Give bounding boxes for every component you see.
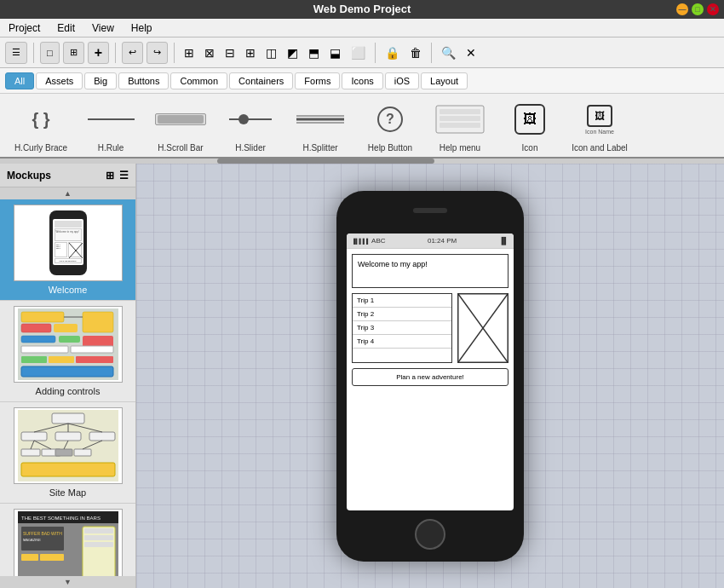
lock-icon[interactable]: 🔒 — [382, 44, 403, 61]
minimize-btn[interactable]: — — [676, 3, 688, 15]
close-icon[interactable]: ✕ — [463, 44, 480, 61]
panel-body: Welcome to my app! Trip 1Trip 2Trip 3 Pl… — [0, 199, 135, 576]
single-view-icon: □ — [47, 48, 53, 58]
phone-trip-list: Trip 1 Trip 2 Trip 3 Trip 4 — [352, 293, 452, 363]
resize-icon[interactable]: ⬜ — [348, 44, 369, 61]
arrange-icon[interactable]: ⊞ — [242, 44, 259, 61]
scroll-up-button[interactable]: ▲ — [0, 187, 135, 199]
panel-icon-list[interactable]: ☰ — [119, 170, 129, 182]
menu-icon: ☰ — [12, 47, 20, 58]
phone-welcome-textbox: Welcome to my app! — [352, 254, 509, 288]
svg-rect-7 — [440, 116, 480, 121]
add-mockup-button[interactable]: + — [88, 42, 109, 64]
flip-h-icon[interactable]: ⬒ — [305, 44, 323, 61]
mockup-name-adding-controls: Adding controls — [36, 386, 101, 396]
toolbar-separator-3 — [174, 43, 175, 63]
panel-icon-grid[interactable]: ⊞ — [106, 170, 114, 182]
svg-rect-20 — [71, 346, 113, 353]
mockup-item-desktop-example[interactable]: THE BEST SOMETHING IN BARS SUFFER BAD WI… — [0, 504, 135, 576]
mockup-list: Welcome to my app! Trip 1Trip 2Trip 3 Pl… — [0, 199, 135, 576]
h-curly-brace-icon: { } — [9, 98, 73, 141]
filter-ios[interactable]: iOS — [385, 72, 419, 89]
phone-image-placeholder — [457, 293, 509, 363]
mockup-item-welcome[interactable]: Welcome to my app! Trip 1Trip 2Trip 3 Pl… — [0, 199, 135, 301]
h-rule-label: H.Rule — [98, 143, 124, 153]
svg-rect-51 — [40, 554, 64, 561]
component-h-scroll-bar[interactable]: H.Scroll Bar — [147, 95, 215, 156]
mockup-item-adding-controls[interactable]: Adding controls — [0, 301, 135, 402]
list-item-trip4: Trip 4 — [353, 335, 451, 349]
phone-adventure-button[interactable]: Plan a new adventure! — [352, 368, 509, 386]
filter-all[interactable]: All — [5, 72, 34, 89]
component-icon[interactable]: 🖼 Icon — [496, 95, 564, 156]
filter-bar: All Assets Big Buttons Common Containers… — [0, 68, 724, 94]
view-toggle-icon[interactable]: ⊞ — [181, 44, 198, 61]
left-panel: Mockups ⊞ ☰ ▲ Welcome to my app! — [0, 164, 136, 588]
filter-containers[interactable]: Containers — [229, 72, 293, 89]
redo-button[interactable]: ↪ — [147, 42, 168, 64]
panel-title: Mockups — [7, 170, 51, 182]
window-controls[interactable]: — □ ✕ — [676, 3, 719, 15]
help-menu-icon — [428, 98, 492, 141]
scroll-down-button[interactable]: ▼ — [0, 576, 135, 588]
component-h-slider[interactable]: H.Slider — [216, 95, 284, 156]
grid-view-icon: ⊞ — [70, 47, 78, 58]
svg-rect-37 — [74, 449, 91, 456]
canvas[interactable]: ▐▌▌▌▌ ABC 01:24 PM ▐▌ Welcome to my app! — [136, 164, 724, 588]
single-view-button[interactable]: □ — [40, 42, 60, 64]
split-h-icon[interactable]: ⊠ — [201, 44, 218, 61]
h-scroll-bar-label: H.Scroll Bar — [158, 143, 203, 153]
filter-assets[interactable]: Assets — [36, 72, 83, 89]
mockup-thumb-desktop-example: THE BEST SOMETHING IN BARS SUFFER BAD WI… — [14, 509, 123, 576]
flip-v-icon[interactable]: ⬓ — [326, 44, 344, 61]
icon-and-label-icon: 🖼 Icon Name — [567, 98, 632, 141]
search-icon[interactable]: 🔍 — [438, 44, 459, 61]
menu-project[interactable]: Project — [5, 20, 43, 36]
svg-rect-55 — [84, 542, 113, 547]
svg-rect-29 — [55, 432, 81, 441]
title-bar: Web Demo Project — □ ✕ — [0, 0, 724, 19]
svg-rect-13 — [21, 324, 51, 332]
filter-icons[interactable]: Icons — [342, 72, 382, 89]
list-item-trip3: Trip 3 — [353, 321, 451, 335]
phone-carrier: ▐▌▌▌▌ ABC — [352, 237, 386, 245]
toolbar-separator-2 — [115, 43, 116, 63]
svg-rect-16 — [59, 336, 80, 343]
component-icon-and-label[interactable]: 🖼 Icon Name Icon and Label — [566, 95, 634, 156]
filter-big[interactable]: Big — [84, 72, 117, 89]
grid-view-button[interactable]: ⊞ — [63, 42, 84, 64]
split-v-icon[interactable]: ⊟ — [221, 44, 238, 61]
close-btn[interactable]: ✕ — [707, 3, 719, 15]
menu-toggle-button[interactable]: ☰ — [5, 42, 27, 64]
menu-bar: Project Edit View Help — [0, 19, 724, 37]
undo-button[interactable]: ↩ — [122, 42, 143, 64]
icon-and-label-label: Icon and Label — [572, 143, 628, 153]
svg-text:MAGAZINE: MAGAZINE — [23, 538, 41, 542]
menu-edit[interactable]: Edit — [54, 20, 78, 36]
filter-common[interactable]: Common — [170, 72, 227, 89]
phone-screen-content: Welcome to my app! Trip 1 Trip 2 Trip 3 … — [347, 249, 514, 510]
main-area: Mockups ⊞ ☰ ▲ Welcome to my app! — [0, 164, 724, 588]
component-h-splitter[interactable]: H.Splitter — [286, 95, 354, 156]
filter-buttons[interactable]: Buttons — [118, 72, 169, 89]
component-h-curly-brace[interactable]: { } H.Curly Brace — [7, 95, 75, 156]
phone-battery: ▐▌ — [499, 237, 509, 245]
phone-screen: ▐▌▌▌▌ ABC 01:24 PM ▐▌ Welcome to my app! — [347, 233, 514, 510]
svg-rect-12 — [21, 312, 64, 322]
component-help-menu[interactable]: Help menu — [426, 95, 494, 156]
layer-icon[interactable]: ◫ — [262, 44, 280, 61]
maximize-btn[interactable]: □ — [692, 3, 704, 15]
h-slider-label: H.Slider — [235, 143, 266, 153]
component-h-rule[interactable]: H.Rule — [77, 95, 145, 156]
menu-help[interactable]: Help — [128, 20, 156, 36]
filter-layout[interactable]: Layout — [421, 72, 468, 89]
toolbar-separator-1 — [33, 43, 34, 63]
menu-view[interactable]: View — [89, 20, 118, 36]
mockup-item-site-map[interactable]: Site Map — [0, 402, 135, 504]
align-icon[interactable]: ◩ — [284, 44, 302, 61]
delete-icon[interactable]: 🗑 — [406, 44, 425, 61]
filter-forms[interactable]: Forms — [295, 72, 340, 89]
toolbar-separator-5 — [431, 43, 432, 63]
component-help-button[interactable]: ? Help Button — [356, 95, 424, 156]
phone-home-button[interactable] — [415, 519, 445, 550]
